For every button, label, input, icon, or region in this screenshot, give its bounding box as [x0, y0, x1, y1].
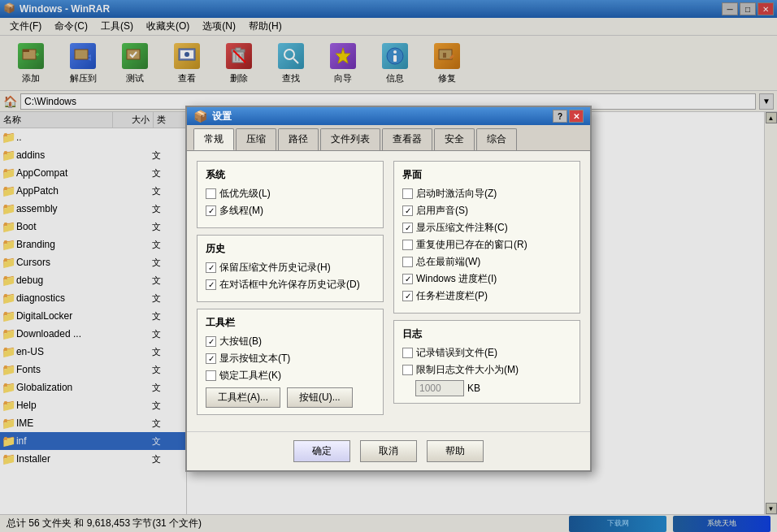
sys-item-1: 多线程(M)	[206, 204, 375, 218]
iface-label-5: Windows 进度栏(I)	[416, 272, 497, 286]
iface-check-3[interactable]	[402, 240, 413, 250]
iface-item-6: 任务栏进度栏(P)	[402, 289, 571, 303]
tb-label-0: 大按钮(B)	[219, 335, 262, 348]
dialog-ok-btn[interactable]: 确定	[293, 440, 350, 462]
tb-check-2[interactable]	[206, 370, 216, 381]
system-title: 系统	[206, 168, 375, 182]
sys-check-0[interactable]	[206, 188, 216, 199]
sys-item-0: 低优先级(L)	[206, 187, 375, 201]
dialog-tab[interactable]: 常规	[193, 128, 234, 150]
iface-item-1: 启用声音(S)	[402, 204, 571, 218]
dialog-footer: 确定 取消 帮助	[187, 431, 590, 470]
dialog-body: 系统 低优先级(L) 多线程(M) 历史	[187, 150, 590, 431]
hist-label-0: 保留压缩文件历史记录(H)	[219, 261, 331, 275]
dialog-tab[interactable]: 查看器	[382, 128, 432, 150]
iface-check-1[interactable]	[402, 205, 413, 216]
tb-item-1: 显示按钮文本(T)	[206, 352, 375, 365]
toolbar-sec-title: 工具栏	[206, 316, 375, 330]
dialog-tabs: 常规压缩路径文件列表查看器安全综合	[187, 125, 590, 150]
tb-item-0: 大按钮(B)	[206, 335, 375, 348]
dialog-tab[interactable]: 路径	[278, 128, 319, 150]
history-section: 历史 保留压缩文件历史记录(H) 在对话框中允许保存历史记录(D)	[197, 235, 384, 302]
dialog-tab[interactable]: 安全	[434, 128, 475, 150]
toolbar-section: 工具栏 大按钮(B) 显示按钮文本(T) 锁定工具栏(K)	[197, 309, 384, 415]
dialog-title-text: 设置	[212, 110, 551, 123]
toolbar-btns: 工具栏(A)... 按钮(U)...	[206, 387, 375, 408]
tb-label-1: 显示按钮文本(T)	[219, 352, 290, 365]
iface-check-0[interactable]	[402, 188, 413, 199]
dialog-help-btn[interactable]: ?	[553, 110, 567, 123]
iface-label-0: 启动时激活向导(Z)	[416, 187, 497, 201]
iface-check-5[interactable]	[402, 274, 413, 284]
hist-check-0[interactable]	[206, 262, 216, 273]
log-item-1: 限制日志文件大小为(M)	[402, 363, 571, 377]
dialog-tab[interactable]: 综合	[476, 128, 517, 150]
dialog-icon: 📦	[193, 110, 207, 123]
hist-label-1: 在对话框中允许保存历史记录(D)	[219, 278, 360, 292]
dialog-help-footer-btn[interactable]: 帮助	[427, 440, 484, 462]
toolbar-a-btn[interactable]: 工具栏(A)...	[206, 387, 280, 408]
hist-check-1[interactable]	[206, 279, 216, 290]
log-title: 日志	[402, 327, 571, 341]
dialog-right-col: 界面 启动时激活向导(Z) 启用声音(S) 显示压缩文件注释(C)	[393, 161, 580, 422]
sys-label-1: 多线程(M)	[219, 204, 263, 218]
iface-label-3: 重复使用已存在的窗口(R)	[416, 238, 527, 252]
log-check-0[interactable]	[402, 348, 413, 358]
iface-item-2: 显示压缩文件注释(C)	[402, 221, 571, 235]
iface-item-3: 重复使用已存在的窗口(R)	[402, 238, 571, 252]
history-title: 历史	[206, 242, 375, 256]
sys-label-0: 低优先级(L)	[219, 187, 271, 201]
settings-dialog: 📦 设置 ? ✕ 常规压缩路径文件列表查看器安全综合 系统 低优先级(L)	[185, 106, 592, 472]
interface-title: 界面	[402, 168, 571, 182]
interface-section: 界面 启动时激活向导(Z) 启用声音(S) 显示压缩文件注释(C)	[393, 161, 580, 314]
tb-item-2: 锁定工具栏(K)	[206, 369, 375, 383]
hist-item-0: 保留压缩文件历史记录(H)	[206, 261, 375, 275]
iface-label-1: 启用声音(S)	[416, 204, 468, 218]
iface-item-5: Windows 进度栏(I)	[402, 272, 571, 286]
dialog-two-col: 系统 低优先级(L) 多线程(M) 历史	[197, 161, 580, 422]
tb-check-1[interactable]	[206, 353, 216, 364]
iface-label-2: 显示压缩文件注释(C)	[416, 221, 508, 235]
iface-label-6: 任务栏进度栏(P)	[416, 289, 488, 303]
dialog-left-col: 系统 低优先级(L) 多线程(M) 历史	[197, 161, 384, 422]
dialog-overlay: 📦 设置 ? ✕ 常规压缩路径文件列表查看器安全综合 系统 低优先级(L)	[0, 0, 777, 532]
log-check-1[interactable]	[402, 365, 413, 375]
log-kb-label: KB	[467, 383, 480, 394]
dialog-title-bar: 📦 设置 ? ✕	[187, 107, 590, 125]
tb-label-2: 锁定工具栏(K)	[219, 369, 281, 383]
dialog-cancel-btn[interactable]: 取消	[360, 440, 417, 462]
dialog-tab[interactable]: 文件列表	[320, 128, 380, 150]
toolbar-u-btn[interactable]: 按钮(U)...	[287, 387, 353, 408]
iface-check-2[interactable]	[402, 223, 413, 233]
iface-item-4: 总在最前端(W)	[402, 255, 571, 269]
sys-check-1[interactable]	[206, 205, 216, 216]
log-label-0: 记录错误到文件(E)	[416, 346, 497, 360]
log-kb-input[interactable]	[415, 380, 464, 396]
log-section: 日志 记录错误到文件(E) 限制日志文件大小为(M) KB	[393, 320, 580, 404]
iface-check-4[interactable]	[402, 257, 413, 267]
system-section: 系统 低优先级(L) 多线程(M)	[197, 161, 384, 228]
dialog-tab[interactable]: 压缩	[236, 128, 276, 150]
iface-check-6[interactable]	[402, 291, 413, 301]
dialog-close-btn[interactable]: ✕	[569, 110, 584, 123]
iface-label-4: 总在最前端(W)	[416, 255, 480, 269]
log-label-1: 限制日志文件大小为(M)	[416, 363, 519, 377]
hist-item-1: 在对话框中允许保存历史记录(D)	[206, 278, 375, 292]
log-kb-row: KB	[402, 380, 571, 396]
iface-item-0: 启动时激活向导(Z)	[402, 187, 571, 201]
tb-check-0[interactable]	[206, 336, 216, 347]
log-item-0: 记录错误到文件(E)	[402, 346, 571, 360]
